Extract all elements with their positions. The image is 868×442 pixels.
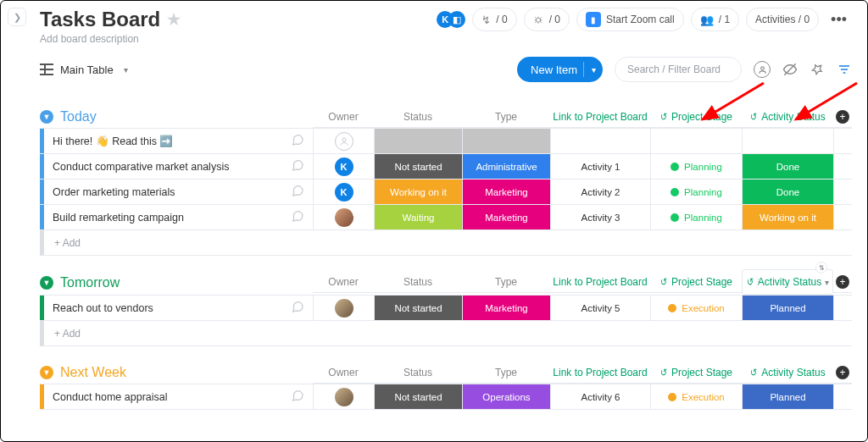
owner-avatar[interactable] (335, 208, 353, 227)
board-description-placeholder[interactable]: Add board description (40, 33, 181, 45)
status-cell[interactable]: Not started (374, 384, 462, 409)
task-name-cell[interactable]: Reach out to vendors (40, 296, 313, 320)
favorite-star-icon[interactable]: ★ (167, 10, 181, 29)
group-title[interactable]: ▼ Today (40, 109, 97, 124)
collapse-group-icon[interactable]: ▼ (40, 366, 53, 379)
hide-columns-icon[interactable] (782, 62, 798, 77)
conversation-icon[interactable] (291, 389, 304, 405)
sort-icon[interactable]: ⇅ (815, 262, 827, 273)
activity-status-cell[interactable]: Done (742, 154, 833, 179)
link-cell[interactable]: Activity 6 (550, 384, 650, 409)
add-item-row[interactable]: + Add (40, 321, 852, 346)
owner-cell[interactable] (313, 384, 374, 409)
board-members-avatar[interactable]: K ◧ (437, 11, 465, 28)
column-header-activity-status[interactable]: ⋮⋮⇅↺Activity Status▾ (742, 269, 833, 295)
column-header-type[interactable]: Type (462, 362, 550, 384)
collapse-panel-button[interactable]: ❯ (8, 8, 26, 26)
task-name-cell[interactable]: Conduct comparative market analysis (40, 154, 313, 179)
group-title[interactable]: ▼ Next Week (40, 365, 126, 380)
column-header-link[interactable]: Link to Project Board (550, 362, 650, 384)
column-header-status[interactable]: Status (374, 362, 462, 384)
status-cell[interactable]: Working on it (374, 180, 462, 204)
column-header-type[interactable]: Type (462, 271, 550, 293)
conversation-icon[interactable] (291, 209, 304, 225)
column-header-owner[interactable]: Owner (313, 362, 374, 384)
task-name-cell[interactable]: Conduct home appraisal (40, 384, 313, 409)
board-title[interactable]: Tasks Board (40, 8, 160, 31)
type-cell[interactable] (462, 129, 550, 153)
activity-status-cell[interactable]: Done (742, 180, 833, 204)
add-item-row[interactable]: + Add (40, 230, 852, 256)
link-cell[interactable]: Activity 5 (550, 296, 650, 320)
task-name-cell[interactable]: Order marketing materials (40, 180, 313, 204)
column-header-owner[interactable]: Owner (313, 271, 374, 293)
column-header-activity-status[interactable]: ↺Activity Status (742, 106, 833, 128)
owner-cell[interactable] (313, 205, 374, 229)
type-cell[interactable]: Marketing (462, 205, 550, 229)
project-stage-cell[interactable]: Execution (650, 384, 742, 409)
start-zoom-button[interactable]: ▮ Start Zoom call (576, 8, 684, 31)
type-cell[interactable]: Administrative (462, 154, 550, 179)
view-switcher[interactable]: Main Table ▾ (40, 64, 128, 76)
column-header-type[interactable]: Type (462, 106, 550, 128)
integrations-pill[interactable]: ↯ / 0 (472, 8, 516, 31)
board-menu-button[interactable]: ••• (826, 11, 852, 29)
link-cell[interactable]: Activity 3 (550, 205, 650, 229)
activity-status-cell[interactable]: Working on it (742, 205, 833, 229)
column-header-status[interactable]: Status (374, 271, 462, 293)
invite-members-pill[interactable]: 👥 / 1 (691, 8, 739, 31)
activity-status-cell[interactable]: Planned (742, 384, 833, 409)
conversation-icon[interactable] (291, 133, 304, 149)
pin-icon[interactable] (810, 62, 825, 77)
owner-cell[interactable]: K (313, 180, 374, 204)
task-name-cell[interactable]: Build remarketing campaign (40, 205, 313, 229)
type-cell[interactable]: Operations (462, 384, 550, 409)
add-column-button[interactable]: + (836, 275, 849, 289)
project-stage-cell[interactable]: Planning (650, 180, 742, 204)
type-cell[interactable]: Marketing (462, 296, 550, 320)
column-header-project-stage[interactable]: ↺Project Stage (650, 362, 742, 384)
owner-avatar[interactable] (335, 299, 353, 318)
owner-cell[interactable] (313, 129, 374, 153)
project-stage-cell[interactable]: Execution (650, 296, 742, 320)
project-stage-cell[interactable] (650, 129, 742, 153)
owner-avatar[interactable]: K (335, 183, 353, 202)
project-stage-cell[interactable]: Planning (650, 154, 742, 179)
owner-cell[interactable]: K (313, 154, 374, 179)
activity-log-pill[interactable]: Activities / 0 (746, 8, 819, 31)
group-title[interactable]: ▼ Tomorrow (40, 275, 120, 290)
conversation-icon[interactable] (291, 184, 304, 200)
column-header-project-stage[interactable]: ↺Project Stage (650, 271, 742, 293)
owner-avatar[interactable]: K (335, 157, 353, 176)
column-header-status[interactable]: Status (374, 106, 462, 128)
person-filter-icon[interactable] (754, 61, 771, 78)
status-cell[interactable] (374, 129, 462, 153)
filter-icon[interactable] (837, 62, 852, 77)
collapse-group-icon[interactable]: ▼ (40, 110, 53, 124)
automations-pill[interactable]: ⛭ / 0 (524, 8, 570, 31)
conversation-icon[interactable] (291, 158, 304, 174)
conversation-icon[interactable] (291, 300, 304, 316)
owner-empty-icon[interactable] (335, 132, 353, 151)
column-header-owner[interactable]: Owner (313, 106, 374, 128)
chevron-down-icon[interactable]: ▾ (592, 65, 596, 75)
activity-status-cell[interactable]: Planned (742, 296, 833, 320)
status-cell[interactable]: Not started (374, 154, 462, 179)
new-item-button[interactable]: New Item ▾ (517, 57, 603, 82)
activity-status-cell[interactable] (742, 129, 833, 153)
search-input[interactable]: Search / Filter Board (615, 57, 742, 82)
column-header-project-stage[interactable]: ↺Project Stage (650, 106, 742, 128)
link-cell[interactable]: Activity 2 (550, 180, 650, 204)
owner-avatar[interactable] (335, 388, 353, 406)
project-stage-cell[interactable]: Planning (650, 205, 742, 229)
owner-cell[interactable] (313, 296, 374, 320)
link-cell[interactable]: Activity 1 (550, 154, 650, 179)
status-cell[interactable]: Waiting (374, 205, 462, 229)
add-column-button[interactable]: + (836, 110, 849, 124)
collapse-group-icon[interactable]: ▼ (40, 276, 53, 290)
column-header-activity-status[interactable]: ↺Activity Status (742, 362, 833, 384)
type-cell[interactable]: Marketing (462, 180, 550, 204)
link-cell[interactable] (550, 129, 650, 153)
column-header-link[interactable]: Link to Project Board (550, 271, 650, 293)
add-column-button[interactable]: + (836, 366, 849, 379)
